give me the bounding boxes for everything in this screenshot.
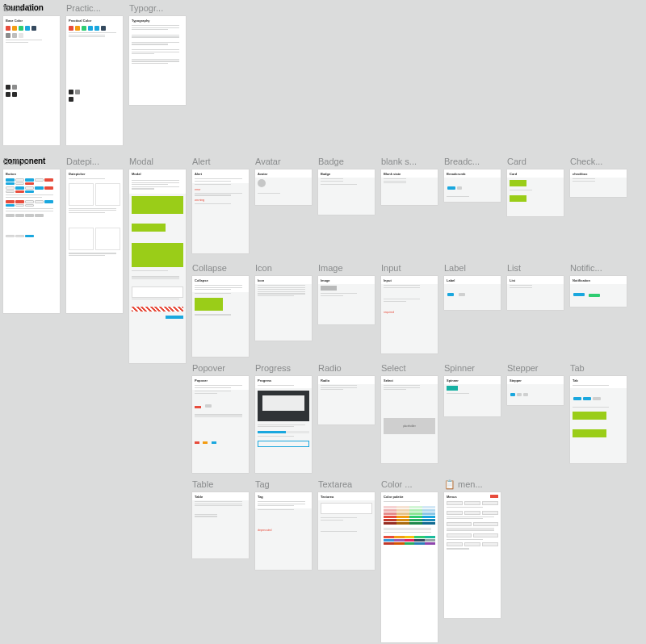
frame-radio[interactable]: Radio Radio	[318, 363, 375, 424]
frame-title: Tab	[570, 363, 627, 374]
thumb-heading: Card	[507, 169, 564, 178]
frame-select[interactable]: Select Select placeholder	[381, 363, 438, 463]
frame-thumbnail[interactable]: Popover	[192, 376, 249, 473]
frame-practical-color[interactable]: Practic... Practical Color	[66, 3, 123, 145]
frame-label[interactable]: Label Label	[444, 263, 501, 310]
progress-bar	[258, 431, 309, 433]
frame-breadcrumb[interactable]: Breadc... Breadcrumb	[444, 157, 501, 202]
frame-thumbnail[interactable]: Collapse	[192, 276, 249, 357]
spinner-sample	[447, 386, 458, 391]
frame-title: Avatar	[255, 157, 312, 168]
thumb-heading: Popover	[192, 376, 249, 384]
frame-thumbnail[interactable]: Table	[192, 492, 249, 558]
frame-modal[interactable]: Modal Modal	[129, 157, 186, 363]
frame-thumbnail[interactable]: Label	[444, 276, 501, 310]
frame-tab[interactable]: Tab Tab	[570, 363, 627, 463]
frame-title: Icon	[255, 263, 312, 274]
frame-base-color[interactable]: Base C... Base Color	[3, 3, 60, 145]
frame-thumbnail[interactable]: Card	[507, 169, 564, 216]
frame-thumbnail[interactable]: Typography	[129, 16, 186, 105]
tab-set	[570, 388, 627, 406]
thumb-heading: Icon	[255, 276, 312, 284]
frame-thumbnail[interactable]: Tab	[570, 376, 627, 463]
frame-thumbnail[interactable]: Datepicker	[66, 169, 123, 313]
dark-swatches-2	[66, 95, 123, 102]
frame-button[interactable]: Button Button	[3, 157, 60, 313]
frame-thumbnail[interactable]: Breadcrumb	[444, 169, 501, 202]
frame-icon[interactable]: Icon Icon	[255, 263, 312, 341]
frame-thumbnail[interactable]: Textarea	[318, 492, 375, 570]
frame-thumbnail[interactable]: Alert error warning	[192, 169, 249, 253]
frame-spinner[interactable]: Spinner Spinner	[444, 363, 501, 416]
placeholder-block	[573, 412, 606, 420]
frame-table[interactable]: Table Table	[192, 479, 249, 558]
frame-thumbnail[interactable]: Radio	[318, 376, 375, 424]
frame-thumbnail[interactable]: Image	[318, 276, 375, 324]
frame-thumbnail[interactable]: Stepper	[507, 376, 564, 405]
frame-avatar[interactable]: Avatar Avatar	[255, 157, 312, 205]
frame-title: Stepper	[507, 363, 564, 374]
placeholder-block	[510, 195, 526, 202]
frame-thumbnail[interactable]: Select placeholder	[381, 376, 438, 463]
frame-input[interactable]: Input Input required	[381, 263, 438, 353]
component-row-4: Table Table Tag Tag deprecated Textarea …	[192, 479, 501, 642]
frame-thumbnail[interactable]: Button	[3, 169, 60, 313]
frame-title: Practic...	[66, 3, 123, 15]
frame-title: List	[507, 263, 564, 274]
frame-thumbnail[interactable]: Modal	[129, 169, 186, 363]
frame-card[interactable]: Card Card	[507, 157, 564, 216]
frame-stepper[interactable]: Stepper Stepper	[507, 363, 564, 405]
thumb-heading: Avatar	[255, 169, 312, 178]
calendar-grid-2	[66, 226, 123, 252]
frame-thumbnail[interactable]: Icon	[255, 276, 312, 341]
frame-tag[interactable]: Tag Tag deprecated	[255, 479, 312, 570]
frame-progress[interactable]: Progress Progress	[255, 363, 312, 473]
placeholder-block	[132, 243, 183, 267]
frame-collapse[interactable]: Collapse Collapse	[192, 263, 249, 357]
frame-color-palette[interactable]: Color ... Color palette	[381, 479, 438, 642]
frame-thumbnail[interactable]: checkbox	[570, 169, 627, 197]
frame-datepicker[interactable]: Datepi... Datepicker	[66, 157, 123, 313]
frame-checkbox[interactable]: Check... checkbox	[570, 157, 627, 197]
frame-thumbnail[interactable]: Color palette	[381, 492, 438, 642]
frame-title: Notific...	[570, 263, 627, 274]
thumb-heading: Practical Color	[66, 16, 123, 24]
frame-thumbnail[interactable]: Input required	[381, 276, 438, 353]
frame-title: Collapse	[192, 263, 249, 274]
frame-title: Check...	[570, 157, 627, 168]
frame-title: Table	[192, 479, 249, 491]
thumb-heading: Image	[318, 276, 375, 284]
color-swatches	[66, 24, 123, 31]
frame-image[interactable]: Image Image	[318, 263, 375, 324]
frame-thumbnail[interactable]: Badge	[318, 169, 375, 215]
frame-thumbnail[interactable]: Progress	[255, 376, 312, 473]
frame-blank-state[interactable]: blank s... Blank state	[381, 157, 438, 205]
frame-alert[interactable]: Alert Alert error warning	[192, 157, 249, 253]
frame-popover[interactable]: Popover Popover	[192, 363, 249, 473]
textarea-sample	[321, 503, 372, 514]
frame-typography[interactable]: Typogr... Typography	[129, 3, 186, 105]
frame-textarea[interactable]: Textarea Textarea	[318, 479, 375, 570]
thumb-heading: Alert	[192, 169, 249, 178]
frame-thumbnail[interactable]: Spinner	[444, 376, 501, 416]
frame-badge[interactable]: Badge Badge	[318, 157, 375, 215]
frame-thumbnail[interactable]: Notification	[570, 276, 627, 307]
placeholder-text: placeholder	[403, 424, 416, 428]
frame-title: Breadc...	[444, 157, 501, 168]
frame-thumbnail[interactable]: Avatar	[255, 169, 312, 205]
image-placeholder	[321, 286, 337, 291]
frame-thumbnail[interactable]: List	[507, 276, 564, 310]
thumb-heading: Color palette	[381, 492, 438, 500]
frame-thumbnail[interactable]: Tag deprecated	[255, 492, 312, 570]
placeholder-block	[573, 429, 606, 437]
frame-thumbnail[interactable]: Menus	[444, 492, 501, 618]
frame-thumbnail[interactable]: Base Color	[3, 16, 60, 145]
frame-list[interactable]: List List	[507, 263, 564, 310]
error-text: required	[381, 310, 438, 315]
frame-notification[interactable]: Notific... Notification	[570, 263, 627, 307]
frame-thumbnail[interactable]: Blank state	[381, 169, 438, 205]
thumb-heading: Spinner	[444, 376, 501, 384]
frame-title: Typogr...	[129, 3, 186, 15]
frame-thumbnail[interactable]: Practical Color	[66, 16, 123, 145]
frame-menus[interactable]: 📋 men... Menus	[444, 479, 501, 618]
